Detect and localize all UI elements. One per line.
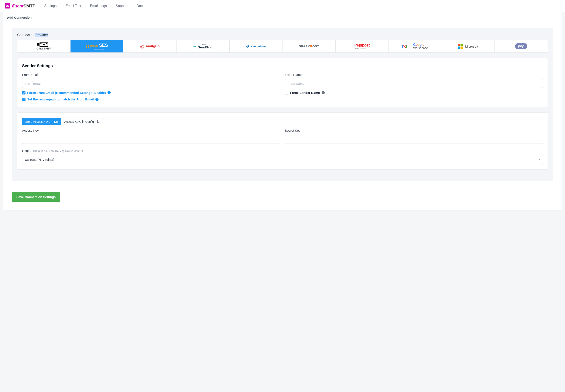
- provider-pepipost[interactable]: Pepipost a netcore product: [335, 40, 388, 53]
- at-icon: @: [140, 44, 144, 49]
- tab-store-keys-config[interactable]: Access Keys in Config File: [61, 118, 103, 125]
- provider-php[interactable]: php: [494, 40, 548, 53]
- force-from-email-checkbox[interactable]: Force From Email (Recommended Settings: …: [22, 91, 280, 95]
- page-title: Add Connection: [3, 12, 562, 23]
- sender-settings-heading: Sender Settings: [22, 64, 543, 68]
- provider-google-workspace[interactable]: Google Workspace: [388, 40, 442, 53]
- return-path-checkbox[interactable]: Set the return-path to match the From Em…: [22, 98, 280, 101]
- sendgrid-icon: [194, 46, 196, 47]
- flame-icon: P: [310, 45, 312, 48]
- checkbox-checked-icon: [22, 98, 26, 101]
- top-navigation: Settings Email Test Email Logs Support D…: [44, 4, 144, 8]
- provider-microsoft[interactable]: Microsoft: [442, 40, 495, 53]
- access-keys-card: Store Access Keys in DB Access Keys in C…: [17, 112, 548, 170]
- info-icon[interactable]: i: [95, 98, 99, 101]
- provider-mailgun[interactable]: @ mailgun: [123, 40, 176, 53]
- provider-other-smtp[interactable]: Other SMTP: [17, 40, 70, 53]
- envelope-icon: [40, 42, 48, 47]
- provider-sendinblue[interactable]: sendinblue: [229, 40, 282, 53]
- nav-settings[interactable]: Settings: [44, 4, 57, 8]
- microsoft-icon: [458, 44, 463, 49]
- access-key-label: Access Key: [22, 129, 280, 132]
- info-icon[interactable]: i: [108, 91, 111, 94]
- brand-word-fluent: fluent: [12, 3, 23, 8]
- provider-amazon-ses[interactable]: amazon SES web services: [70, 40, 123, 53]
- sender-settings-card: Sender Settings From Email Force From Em…: [17, 58, 548, 107]
- info-icon[interactable]: i: [322, 91, 325, 94]
- from-email-input[interactable]: [22, 79, 280, 88]
- topbar: fluentSMTP Settings Email Test Email Log…: [0, 0, 565, 12]
- provider-sendgrid[interactable]: TWILIO SendGrid: [176, 40, 229, 53]
- provider-picker: Other SMTP amazon SES web services: [17, 40, 548, 53]
- region-select[interactable]: US East (N. Virginia): [22, 155, 543, 164]
- ses-cubes-icon: [86, 45, 89, 48]
- nav-support[interactable]: Support: [116, 4, 128, 8]
- force-sender-name-checkbox[interactable]: Force Sender Name i: [285, 91, 543, 95]
- access-key-input[interactable]: [22, 135, 280, 144]
- nav-docs[interactable]: Docs: [137, 4, 144, 8]
- brand-word-smtp: SMTP: [23, 3, 35, 8]
- checkbox-unchecked-icon: [285, 91, 288, 95]
- secret-key-input[interactable]: [285, 135, 543, 144]
- tab-store-keys-db[interactable]: Store Access Keys in DB: [22, 118, 61, 125]
- from-email-label: From Email: [22, 73, 280, 76]
- secret-key-label: Secret Key: [285, 129, 543, 132]
- google-wordmark: Google: [413, 43, 424, 46]
- brand-mark-icon: [5, 3, 10, 9]
- php-pill-icon: php: [515, 43, 527, 49]
- save-connection-button[interactable]: Save Connection Settings: [12, 192, 60, 202]
- region-label: Region (Default: US East (N. Virginia)/u…: [22, 149, 543, 153]
- provider-sparkpost[interactable]: SPARKPOST: [282, 40, 336, 53]
- brand-logo: fluentSMTP: [5, 3, 35, 9]
- nav-email-test[interactable]: Email Test: [65, 4, 81, 8]
- gmail-icon: [402, 45, 407, 48]
- connection-provider-label: Connection Provider: [17, 33, 548, 37]
- sendinblue-icon: [246, 45, 249, 48]
- checkbox-checked-icon: [22, 91, 26, 95]
- key-storage-tabs: Store Access Keys in DB Access Keys in C…: [22, 118, 543, 125]
- from-name-label: From Name: [285, 73, 543, 76]
- nav-email-logs[interactable]: Email Logs: [90, 4, 107, 8]
- from-name-input[interactable]: [285, 79, 543, 88]
